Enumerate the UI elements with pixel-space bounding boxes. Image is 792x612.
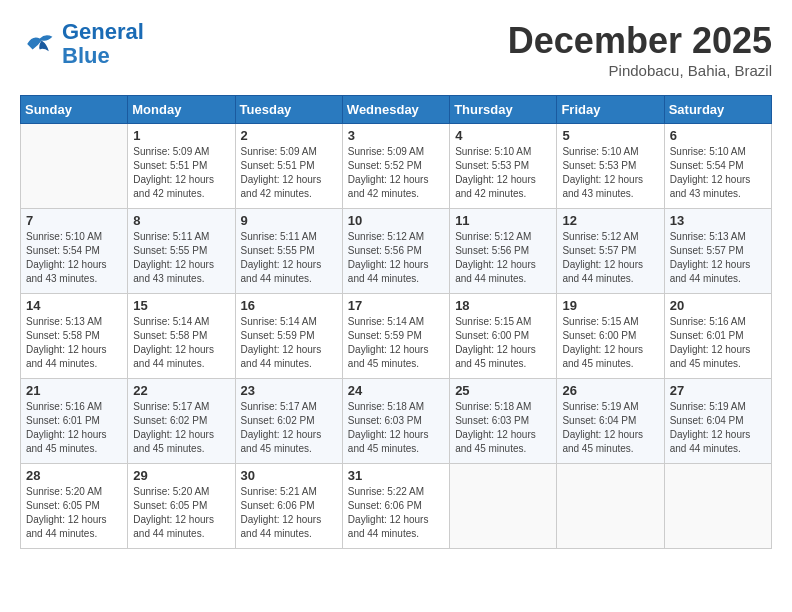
day-cell: 15Sunrise: 5:14 AM Sunset: 5:58 PM Dayli… <box>128 294 235 379</box>
day-number: 26 <box>562 383 658 398</box>
day-number: 17 <box>348 298 444 313</box>
day-info: Sunrise: 5:12 AM Sunset: 5:57 PM Dayligh… <box>562 230 658 286</box>
day-cell: 17Sunrise: 5:14 AM Sunset: 5:59 PM Dayli… <box>342 294 449 379</box>
day-info: Sunrise: 5:10 AM Sunset: 5:53 PM Dayligh… <box>455 145 551 201</box>
day-info: Sunrise: 5:10 AM Sunset: 5:54 PM Dayligh… <box>26 230 122 286</box>
day-info: Sunrise: 5:19 AM Sunset: 6:04 PM Dayligh… <box>670 400 766 456</box>
day-cell: 13Sunrise: 5:13 AM Sunset: 5:57 PM Dayli… <box>664 209 771 294</box>
day-number: 2 <box>241 128 337 143</box>
column-header-friday: Friday <box>557 96 664 124</box>
day-cell: 2Sunrise: 5:09 AM Sunset: 5:51 PM Daylig… <box>235 124 342 209</box>
logo: General Blue <box>20 20 144 68</box>
day-cell: 12Sunrise: 5:12 AM Sunset: 5:57 PM Dayli… <box>557 209 664 294</box>
day-info: Sunrise: 5:09 AM Sunset: 5:52 PM Dayligh… <box>348 145 444 201</box>
day-number: 9 <box>241 213 337 228</box>
day-info: Sunrise: 5:11 AM Sunset: 5:55 PM Dayligh… <box>133 230 229 286</box>
day-info: Sunrise: 5:16 AM Sunset: 6:01 PM Dayligh… <box>26 400 122 456</box>
column-header-tuesday: Tuesday <box>235 96 342 124</box>
day-info: Sunrise: 5:18 AM Sunset: 6:03 PM Dayligh… <box>455 400 551 456</box>
day-cell: 4Sunrise: 5:10 AM Sunset: 5:53 PM Daylig… <box>450 124 557 209</box>
day-info: Sunrise: 5:17 AM Sunset: 6:02 PM Dayligh… <box>133 400 229 456</box>
week-row-4: 21Sunrise: 5:16 AM Sunset: 6:01 PM Dayli… <box>21 379 772 464</box>
day-number: 10 <box>348 213 444 228</box>
day-info: Sunrise: 5:15 AM Sunset: 6:00 PM Dayligh… <box>562 315 658 371</box>
column-header-monday: Monday <box>128 96 235 124</box>
day-number: 20 <box>670 298 766 313</box>
day-info: Sunrise: 5:11 AM Sunset: 5:55 PM Dayligh… <box>241 230 337 286</box>
day-cell <box>21 124 128 209</box>
header-row: SundayMondayTuesdayWednesdayThursdayFrid… <box>21 96 772 124</box>
day-info: Sunrise: 5:21 AM Sunset: 6:06 PM Dayligh… <box>241 485 337 541</box>
day-cell <box>450 464 557 549</box>
column-header-sunday: Sunday <box>21 96 128 124</box>
day-info: Sunrise: 5:22 AM Sunset: 6:06 PM Dayligh… <box>348 485 444 541</box>
day-cell: 29Sunrise: 5:20 AM Sunset: 6:05 PM Dayli… <box>128 464 235 549</box>
week-row-3: 14Sunrise: 5:13 AM Sunset: 5:58 PM Dayli… <box>21 294 772 379</box>
day-number: 1 <box>133 128 229 143</box>
day-cell: 21Sunrise: 5:16 AM Sunset: 6:01 PM Dayli… <box>21 379 128 464</box>
month-title: December 2025 <box>508 20 772 62</box>
logo-line2: Blue <box>62 43 110 68</box>
calendar-table: SundayMondayTuesdayWednesdayThursdayFrid… <box>20 95 772 549</box>
day-number: 18 <box>455 298 551 313</box>
day-number: 28 <box>26 468 122 483</box>
day-info: Sunrise: 5:18 AM Sunset: 6:03 PM Dayligh… <box>348 400 444 456</box>
day-cell: 30Sunrise: 5:21 AM Sunset: 6:06 PM Dayli… <box>235 464 342 549</box>
day-cell: 7Sunrise: 5:10 AM Sunset: 5:54 PM Daylig… <box>21 209 128 294</box>
day-number: 3 <box>348 128 444 143</box>
day-number: 7 <box>26 213 122 228</box>
day-number: 12 <box>562 213 658 228</box>
week-row-2: 7Sunrise: 5:10 AM Sunset: 5:54 PM Daylig… <box>21 209 772 294</box>
day-info: Sunrise: 5:09 AM Sunset: 5:51 PM Dayligh… <box>133 145 229 201</box>
day-info: Sunrise: 5:09 AM Sunset: 5:51 PM Dayligh… <box>241 145 337 201</box>
day-cell: 27Sunrise: 5:19 AM Sunset: 6:04 PM Dayli… <box>664 379 771 464</box>
day-cell: 5Sunrise: 5:10 AM Sunset: 5:53 PM Daylig… <box>557 124 664 209</box>
day-info: Sunrise: 5:20 AM Sunset: 6:05 PM Dayligh… <box>26 485 122 541</box>
day-info: Sunrise: 5:15 AM Sunset: 6:00 PM Dayligh… <box>455 315 551 371</box>
day-info: Sunrise: 5:13 AM Sunset: 5:58 PM Dayligh… <box>26 315 122 371</box>
day-info: Sunrise: 5:13 AM Sunset: 5:57 PM Dayligh… <box>670 230 766 286</box>
page-header: General Blue December 2025 Pindobacu, Ba… <box>20 20 772 79</box>
day-cell: 23Sunrise: 5:17 AM Sunset: 6:02 PM Dayli… <box>235 379 342 464</box>
week-row-5: 28Sunrise: 5:20 AM Sunset: 6:05 PM Dayli… <box>21 464 772 549</box>
day-number: 8 <box>133 213 229 228</box>
day-number: 16 <box>241 298 337 313</box>
title-area: December 2025 Pindobacu, Bahia, Brazil <box>508 20 772 79</box>
day-info: Sunrise: 5:12 AM Sunset: 5:56 PM Dayligh… <box>348 230 444 286</box>
day-cell: 24Sunrise: 5:18 AM Sunset: 6:03 PM Dayli… <box>342 379 449 464</box>
day-cell: 20Sunrise: 5:16 AM Sunset: 6:01 PM Dayli… <box>664 294 771 379</box>
day-number: 30 <box>241 468 337 483</box>
day-number: 27 <box>670 383 766 398</box>
day-number: 21 <box>26 383 122 398</box>
day-number: 22 <box>133 383 229 398</box>
column-header-thursday: Thursday <box>450 96 557 124</box>
day-cell: 26Sunrise: 5:19 AM Sunset: 6:04 PM Dayli… <box>557 379 664 464</box>
day-info: Sunrise: 5:14 AM Sunset: 5:59 PM Dayligh… <box>241 315 337 371</box>
day-cell: 14Sunrise: 5:13 AM Sunset: 5:58 PM Dayli… <box>21 294 128 379</box>
day-info: Sunrise: 5:14 AM Sunset: 5:59 PM Dayligh… <box>348 315 444 371</box>
logo-line1: General <box>62 19 144 44</box>
day-number: 19 <box>562 298 658 313</box>
day-info: Sunrise: 5:10 AM Sunset: 5:53 PM Dayligh… <box>562 145 658 201</box>
column-header-wednesday: Wednesday <box>342 96 449 124</box>
day-number: 23 <box>241 383 337 398</box>
day-cell: 25Sunrise: 5:18 AM Sunset: 6:03 PM Dayli… <box>450 379 557 464</box>
day-cell: 19Sunrise: 5:15 AM Sunset: 6:00 PM Dayli… <box>557 294 664 379</box>
day-cell: 10Sunrise: 5:12 AM Sunset: 5:56 PM Dayli… <box>342 209 449 294</box>
day-info: Sunrise: 5:12 AM Sunset: 5:56 PM Dayligh… <box>455 230 551 286</box>
logo-text: General Blue <box>62 20 144 68</box>
day-number: 15 <box>133 298 229 313</box>
day-info: Sunrise: 5:20 AM Sunset: 6:05 PM Dayligh… <box>133 485 229 541</box>
day-number: 31 <box>348 468 444 483</box>
location: Pindobacu, Bahia, Brazil <box>508 62 772 79</box>
day-cell <box>664 464 771 549</box>
logo-icon <box>20 26 56 62</box>
day-number: 29 <box>133 468 229 483</box>
day-cell: 16Sunrise: 5:14 AM Sunset: 5:59 PM Dayli… <box>235 294 342 379</box>
day-number: 11 <box>455 213 551 228</box>
day-cell: 6Sunrise: 5:10 AM Sunset: 5:54 PM Daylig… <box>664 124 771 209</box>
day-info: Sunrise: 5:19 AM Sunset: 6:04 PM Dayligh… <box>562 400 658 456</box>
day-cell: 22Sunrise: 5:17 AM Sunset: 6:02 PM Dayli… <box>128 379 235 464</box>
day-cell: 8Sunrise: 5:11 AM Sunset: 5:55 PM Daylig… <box>128 209 235 294</box>
day-cell: 28Sunrise: 5:20 AM Sunset: 6:05 PM Dayli… <box>21 464 128 549</box>
